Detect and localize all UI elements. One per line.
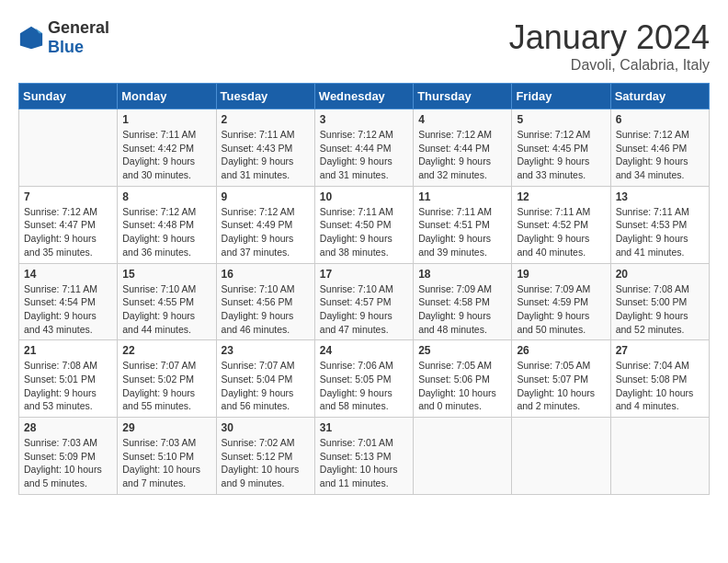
calendar-cell: 25Sunrise: 7:05 AM Sunset: 5:06 PM Dayli… [414, 340, 512, 418]
cell-content: Sunrise: 7:07 AM Sunset: 5:04 PM Dayligh… [222, 359, 310, 413]
calendar-cell: 1Sunrise: 7:11 AM Sunset: 4:42 PM Daylig… [118, 109, 216, 187]
day-number: 5 [517, 113, 605, 126]
calendar-week-3: 21Sunrise: 7:08 AM Sunset: 5:01 PM Dayli… [19, 340, 710, 418]
calendar-cell: 10Sunrise: 7:11 AM Sunset: 4:50 PM Dayli… [314, 186, 413, 263]
day-number: 6 [616, 113, 704, 126]
cell-content: Sunrise: 7:12 AM Sunset: 4:44 PM Dayligh… [320, 128, 408, 182]
cell-content: Sunrise: 7:11 AM Sunset: 4:54 PM Dayligh… [24, 282, 112, 337]
day-number: 3 [320, 113, 408, 126]
day-number: 8 [122, 190, 210, 203]
col-tuesday: Tuesday [216, 84, 314, 109]
cell-content: Sunrise: 7:08 AM Sunset: 5:00 PM Dayligh… [616, 282, 704, 337]
calendar-cell: 20Sunrise: 7:08 AM Sunset: 5:00 PM Dayli… [610, 263, 709, 340]
cell-content: Sunrise: 7:12 AM Sunset: 4:44 PM Dayligh… [418, 128, 506, 182]
logo: General Blue [18, 18, 109, 57]
cell-content: Sunrise: 7:03 AM Sunset: 5:09 PM Dayligh… [24, 436, 112, 490]
day-number: 24 [320, 344, 408, 357]
cell-content: Sunrise: 7:09 AM Sunset: 4:58 PM Dayligh… [418, 282, 506, 337]
calendar-cell: 2Sunrise: 7:11 AM Sunset: 4:43 PM Daylig… [216, 109, 314, 187]
col-saturday: Saturday [610, 84, 709, 109]
cell-content: Sunrise: 7:02 AM Sunset: 5:12 PM Dayligh… [222, 436, 310, 490]
day-number: 29 [122, 421, 210, 434]
cell-content: Sunrise: 7:11 AM Sunset: 4:52 PM Dayligh… [517, 205, 605, 259]
day-number: 1 [122, 113, 210, 126]
day-number: 16 [222, 268, 310, 281]
day-number: 30 [222, 421, 310, 434]
day-number: 20 [616, 268, 704, 281]
calendar-cell: 26Sunrise: 7:05 AM Sunset: 5:07 PM Dayli… [512, 340, 610, 418]
subtitle: Davoli, Calabria, Italy [509, 57, 710, 74]
calendar-cell: 15Sunrise: 7:10 AM Sunset: 4:55 PM Dayli… [118, 263, 216, 340]
day-number: 27 [616, 344, 704, 357]
calendar-cell: 31Sunrise: 7:01 AM Sunset: 5:13 PM Dayli… [314, 418, 413, 495]
cell-content: Sunrise: 7:12 AM Sunset: 4:45 PM Dayligh… [517, 128, 605, 182]
calendar-cell: 13Sunrise: 7:11 AM Sunset: 4:53 PM Dayli… [610, 186, 709, 263]
calendar-cell: 7Sunrise: 7:12 AM Sunset: 4:47 PM Daylig… [19, 186, 118, 263]
cell-content: Sunrise: 7:12 AM Sunset: 4:48 PM Dayligh… [122, 205, 210, 259]
calendar-cell: 6Sunrise: 7:12 AM Sunset: 4:46 PM Daylig… [610, 109, 709, 187]
header: General Blue January 2024 Davoli, Calabr… [18, 18, 710, 74]
calendar-table: Sunday Monday Tuesday Wednesday Thursday… [18, 83, 710, 495]
calendar-cell: 4Sunrise: 7:12 AM Sunset: 4:44 PM Daylig… [414, 109, 512, 187]
cell-content: Sunrise: 7:10 AM Sunset: 4:55 PM Dayligh… [122, 282, 210, 337]
day-number: 19 [517, 268, 605, 281]
cell-content: Sunrise: 7:04 AM Sunset: 5:08 PM Dayligh… [616, 359, 704, 413]
cell-content: Sunrise: 7:03 AM Sunset: 5:10 PM Dayligh… [122, 436, 210, 490]
calendar-cell: 28Sunrise: 7:03 AM Sunset: 5:09 PM Dayli… [19, 418, 118, 495]
day-number: 23 [222, 344, 310, 357]
cell-content: Sunrise: 7:11 AM Sunset: 4:43 PM Dayligh… [222, 128, 310, 182]
logo-text: General Blue [48, 18, 109, 57]
calendar-cell: 18Sunrise: 7:09 AM Sunset: 4:58 PM Dayli… [414, 263, 512, 340]
day-number: 7 [24, 190, 112, 203]
calendar-cell: 22Sunrise: 7:07 AM Sunset: 5:02 PM Dayli… [118, 340, 216, 418]
cell-content: Sunrise: 7:06 AM Sunset: 5:05 PM Dayligh… [320, 359, 408, 413]
day-number: 26 [517, 344, 605, 357]
col-monday: Monday [118, 84, 216, 109]
calendar-cell: 23Sunrise: 7:07 AM Sunset: 5:04 PM Dayli… [216, 340, 314, 418]
cell-content: Sunrise: 7:11 AM Sunset: 4:51 PM Dayligh… [418, 205, 506, 259]
day-number: 28 [24, 421, 112, 434]
day-number: 21 [24, 344, 112, 357]
calendar-cell: 14Sunrise: 7:11 AM Sunset: 4:54 PM Dayli… [19, 263, 118, 340]
day-number: 31 [320, 421, 408, 434]
calendar-cell: 30Sunrise: 7:02 AM Sunset: 5:12 PM Dayli… [216, 418, 314, 495]
calendar-cell: 21Sunrise: 7:08 AM Sunset: 5:01 PM Dayli… [19, 340, 118, 418]
day-number: 14 [24, 268, 112, 281]
main-title: January 2024 [509, 18, 710, 57]
logo-blue: Blue [48, 38, 84, 56]
col-friday: Friday [512, 84, 610, 109]
day-number: 25 [418, 344, 506, 357]
cell-content: Sunrise: 7:12 AM Sunset: 4:47 PM Dayligh… [24, 205, 112, 259]
logo-general: General [48, 18, 109, 37]
cell-content: Sunrise: 7:12 AM Sunset: 4:46 PM Dayligh… [616, 128, 704, 182]
calendar-week-2: 14Sunrise: 7:11 AM Sunset: 4:54 PM Dayli… [19, 263, 710, 340]
calendar-cell: 24Sunrise: 7:06 AM Sunset: 5:05 PM Dayli… [314, 340, 413, 418]
calendar-week-0: 1Sunrise: 7:11 AM Sunset: 4:42 PM Daylig… [19, 109, 710, 187]
day-number: 22 [122, 344, 210, 357]
day-number: 17 [320, 268, 408, 281]
day-number: 18 [418, 268, 506, 281]
svg-marker-0 [20, 27, 42, 49]
cell-content: Sunrise: 7:07 AM Sunset: 5:02 PM Dayligh… [122, 359, 210, 413]
col-sunday: Sunday [19, 84, 118, 109]
cell-content: Sunrise: 7:11 AM Sunset: 4:53 PM Dayligh… [616, 205, 704, 259]
day-number: 10 [320, 190, 408, 203]
day-number: 4 [418, 113, 506, 126]
calendar-body: 1Sunrise: 7:11 AM Sunset: 4:42 PM Daylig… [19, 109, 710, 495]
calendar-cell: 27Sunrise: 7:04 AM Sunset: 5:08 PM Dayli… [610, 340, 709, 418]
day-number: 15 [122, 268, 210, 281]
calendar-cell: 16Sunrise: 7:10 AM Sunset: 4:56 PM Dayli… [216, 263, 314, 340]
calendar-header: Sunday Monday Tuesday Wednesday Thursday… [19, 84, 710, 109]
cell-content: Sunrise: 7:11 AM Sunset: 4:50 PM Dayligh… [320, 205, 408, 259]
calendar-cell: 17Sunrise: 7:10 AM Sunset: 4:57 PM Dayli… [314, 263, 413, 340]
calendar-cell: 5Sunrise: 7:12 AM Sunset: 4:45 PM Daylig… [512, 109, 610, 187]
day-number: 9 [222, 190, 310, 203]
calendar-week-4: 28Sunrise: 7:03 AM Sunset: 5:09 PM Dayli… [19, 418, 710, 495]
calendar-cell: 3Sunrise: 7:12 AM Sunset: 4:44 PM Daylig… [314, 109, 413, 187]
cell-content: Sunrise: 7:01 AM Sunset: 5:13 PM Dayligh… [320, 436, 408, 490]
cell-content: Sunrise: 7:11 AM Sunset: 4:42 PM Dayligh… [122, 128, 210, 182]
col-thursday: Thursday [414, 84, 512, 109]
calendar-cell: 8Sunrise: 7:12 AM Sunset: 4:48 PM Daylig… [118, 186, 216, 263]
title-area: January 2024 Davoli, Calabria, Italy [509, 18, 710, 74]
day-number: 2 [222, 113, 310, 126]
